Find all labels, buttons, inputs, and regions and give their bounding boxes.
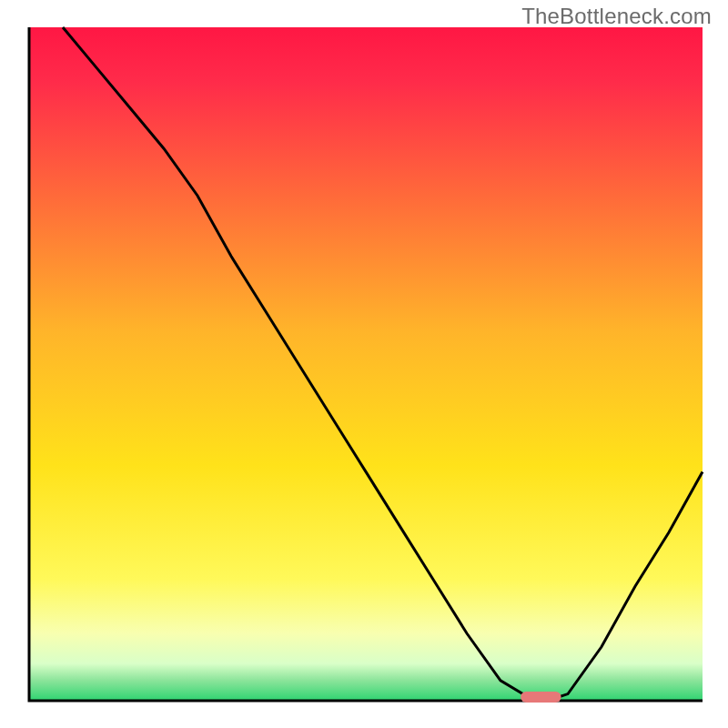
gradient-background — [29, 27, 703, 701]
plot-svg — [0, 0, 728, 728]
bottleneck-chart: TheBottleneck.com — [0, 0, 728, 728]
watermark-text: TheBottleneck.com — [521, 4, 712, 29]
optimal-marker — [521, 692, 561, 703]
